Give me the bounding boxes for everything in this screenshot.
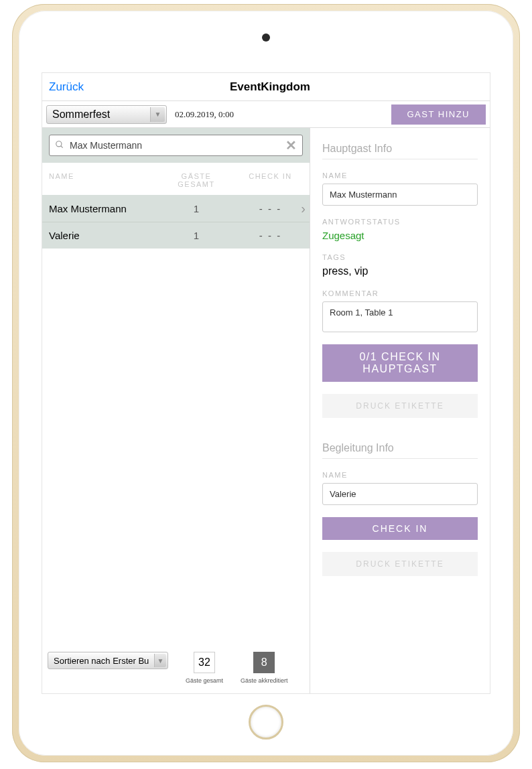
chevron-right-icon: › — [301, 201, 306, 216]
front-camera — [262, 33, 270, 42]
total-guests-value: 32 — [194, 652, 215, 673]
search-box[interactable]: ✕ — [49, 135, 303, 156]
companion-name-label: NAME — [322, 471, 478, 479]
name-label: NAME — [322, 171, 478, 180]
comment-field[interactable]: Room 1, Table 1 — [322, 301, 478, 332]
companion-title: Begleitung Info — [322, 442, 478, 454]
chevron-down-icon: ▼ — [150, 107, 165, 122]
table-rows: Max Mustermann 1 - - - › Valerie 1 - - - — [42, 195, 310, 249]
print-label-button[interactable]: DRUCK ETIKETTE — [322, 394, 478, 418]
home-button[interactable] — [249, 705, 283, 740]
col-checkin: CHECK IN — [230, 172, 303, 188]
tablet-bezel: Zurück EventKingdom Sommerfest ▼ 02.09.2… — [19, 11, 513, 756]
col-name: NAME — [49, 172, 163, 188]
title-bar: Zurück EventKingdom — [42, 73, 490, 101]
toolbar: Sommerfest ▼ 02.09.2019, 0:00 GAST HINZU — [42, 101, 490, 128]
cell-guests: 1 — [163, 230, 230, 241]
event-datetime: 02.09.2019, 0:00 — [175, 109, 234, 120]
chevron-down-icon: ▼ — [154, 654, 166, 667]
event-selector-label: Sommerfest — [52, 109, 110, 121]
sort-label: Sortieren nach Erster Bu — [54, 656, 149, 666]
accredited-value: 8 — [253, 652, 275, 673]
total-guests-label: Gäste gesamt — [186, 677, 223, 684]
checkin-companion-button[interactable]: CHECK IN — [322, 517, 478, 540]
col-guests: GÄSTE GESAMT — [163, 172, 230, 188]
status-label: ANTWORTSTATUS — [322, 218, 478, 226]
tags-value: press, vip — [322, 265, 478, 277]
table-row[interactable]: Valerie 1 - - - — [42, 222, 310, 249]
sort-selector[interactable]: Sortieren nach Erster Bu ▼ — [48, 652, 168, 669]
search-input[interactable] — [70, 140, 280, 151]
companion-name-field[interactable]: Valerie — [322, 483, 478, 505]
main-guest-title: Hauptgast Info — [322, 143, 478, 155]
status-value: Zugesagt — [322, 230, 478, 241]
cell-name: Max Mustermann — [49, 203, 163, 214]
app-title: EventKingdom — [50, 80, 490, 94]
tags-label: TAGS — [322, 253, 478, 261]
name-field[interactable]: Max Mustermann — [322, 184, 478, 206]
detail-panel: Hauptgast Info NAME Max Mustermann ANTWO… — [310, 128, 490, 693]
cell-checkin: - - - — [230, 203, 303, 214]
table-row[interactable]: Max Mustermann 1 - - - › — [42, 195, 310, 222]
checkin-main-button[interactable]: 0/1 CHECK IN HAUPTGAST — [322, 344, 478, 382]
cell-name: Valerie — [49, 230, 163, 241]
print-companion-label-button[interactable]: DRUCK ETIKETTE — [322, 552, 478, 576]
clear-search-icon[interactable]: ✕ — [285, 139, 297, 152]
search-icon — [55, 140, 64, 151]
cell-checkin: - - - — [230, 230, 303, 241]
accredited-label: Gäste akkreditiert — [241, 677, 288, 684]
app-screen: Zurück EventKingdom Sommerfest ▼ 02.09.2… — [42, 72, 490, 694]
add-guest-button[interactable]: GAST HINZU — [391, 104, 486, 125]
accredited-box: 8 Gäste akkreditiert — [241, 652, 288, 684]
table-header: NAME GÄSTE GESAMT CHECK IN — [42, 163, 310, 195]
total-guests-box: 32 Gäste gesamt — [186, 652, 223, 684]
svg-point-0 — [56, 141, 62, 146]
tablet-frame: Zurück EventKingdom Sommerfest ▼ 02.09.2… — [12, 4, 520, 762]
search-wrap: ✕ — [42, 128, 310, 163]
list-footer: Sortieren nach Erster Bu ▼ 32 Gäste gesa… — [42, 646, 310, 693]
svg-line-1 — [61, 145, 63, 147]
cell-guests: 1 — [163, 203, 230, 214]
guest-list-panel: ✕ NAME GÄSTE GESAMT CHECK IN Max Musterm… — [42, 128, 310, 693]
comment-label: KOMMENTAR — [322, 289, 478, 297]
event-selector[interactable]: Sommerfest ▼ — [46, 105, 167, 124]
